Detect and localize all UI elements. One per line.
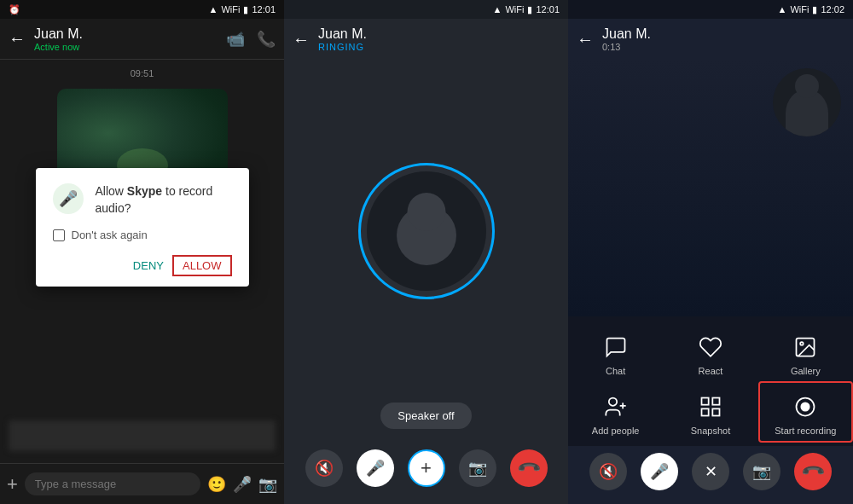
wifi-icon-2: WiFi [505,4,524,14]
allow-button[interactable]: ALLOW [172,255,232,276]
volume-off-icon-3: 🔇 [599,462,618,481]
add-people-label: Add people [592,426,640,436]
end-call-button-3[interactable]: 📞 [794,453,832,490]
gallery-icon [790,332,821,362]
hangup-icon: 📞 [515,455,542,481]
chat-label: Chat [606,366,625,376]
close-button[interactable]: ✕ [692,453,729,490]
call-controls-active: 🔇 🎤 ✕ 📷 📞 [568,446,853,504]
add-people-icon [601,391,631,422]
signal-icon: ▲ [209,4,218,14]
camera-off-button[interactable]: 📷 [459,449,496,487]
chat-area: 09:51 🎤 Allow Skype to record audio? [0,60,284,463]
gallery-label: Gallery [791,366,821,376]
action-start-recording[interactable]: Start recording [758,381,853,443]
snapshot-label: Snapshot [691,426,730,436]
camera-off-icon: 📷 [468,459,487,478]
plus-icon: + [421,457,432,479]
signal-icon-3: ▲ [778,4,787,14]
status-bar-right-2: ▲ WiFi ▮ 12:01 [493,4,560,15]
message-input[interactable] [25,472,200,495]
mic-active-icon: 🎤 [650,462,669,481]
camera-input-icon[interactable]: 📷 [258,475,277,494]
snapshot-icon [695,391,726,422]
status-bar-left: ⏰ [9,4,20,15]
dialog-prefix: Allow [96,184,127,198]
input-icons: 🙂 🎤 📷 [207,475,277,494]
action-gallery[interactable]: Gallery [758,323,853,381]
panel-ringing: ▲ WiFi ▮ 12:01 ← Juan M. RINGING Speaker… [284,0,568,504]
dialog-app-name: Skype [127,184,162,198]
chat-icon [601,332,631,362]
emoji-icon[interactable]: 🙂 [207,475,226,494]
ringing-status: RINGING [318,42,560,52]
mic-input-icon[interactable]: 🎤 [233,475,252,494]
call-header-ringing: ← Juan M. RINGING [284,19,568,60]
microphone-button-3[interactable]: 🎤 [641,453,678,490]
add-action-button[interactable]: + [408,449,445,487]
video-call-icon[interactable]: 📹 [226,30,245,49]
camera-icon-3: 📷 [752,462,771,481]
chat-header: ← Juan M. Active now 📹 📞 [0,19,284,60]
speaker-off-button[interactable]: Speaker off [380,403,471,429]
start-recording-icon [790,391,821,422]
dont-ask-label: Don't ask again [72,229,148,241]
header-icons: 📹 📞 [226,30,276,49]
mute-volume-button[interactable]: 🔇 [305,449,343,487]
contact-info-3: Juan M. 0:13 [602,26,844,52]
action-snapshot[interactable]: Snapshot [663,381,757,443]
action-add-people[interactable]: Add people [568,381,663,443]
svg-point-1 [800,342,804,345]
time-display-2: 12:01 [536,4,560,14]
action-react[interactable]: React [663,323,757,381]
dont-ask-checkbox[interactable] [53,229,65,241]
avatar-ring [358,163,495,299]
dialog-header: 🎤 Allow Skype to record audio? [53,183,232,217]
action-grid: Chat React Gallery Add people Snapshot [568,316,853,446]
svg-rect-8 [712,408,719,415]
status-bar-right: ▲ WiFi ▮ 12:01 [209,4,276,15]
contact-status: Active now [34,42,226,52]
panel-chat: ⏰ ▲ WiFi ▮ 12:01 ← Juan M. Active now 📹 … [0,0,284,504]
time-display-3: 12:02 [821,4,844,14]
close-icon: ✕ [705,462,717,481]
hangup-icon-3: 📞 [799,458,826,484]
dont-ask-row[interactable]: Don't ask again [53,229,232,241]
svg-rect-5 [701,398,708,405]
svg-rect-7 [701,408,708,415]
signal-icon-2: ▲ [493,4,502,14]
call-controls-ringing: 🔇 🎤 + 📷 📞 [284,441,568,504]
alarm-icon: ⏰ [9,4,20,15]
back-button-3[interactable]: ← [577,30,594,49]
mic-icon-circle: 🎤 [53,183,84,214]
call-avatar-area [284,60,568,403]
phone-call-icon[interactable]: 📞 [257,30,276,49]
back-button-1[interactable]: ← [9,29,26,49]
camera-button-3[interactable]: 📷 [743,453,780,490]
call-main-area [568,60,853,316]
avatar-small [773,68,841,136]
contact-info-2: Juan M. RINGING [318,26,560,52]
avatar-small-head [795,74,819,98]
end-call-button[interactable]: 📞 [510,449,548,487]
status-bar-3: ▲ WiFi ▮ 12:02 [568,0,853,19]
back-button-2[interactable]: ← [293,30,310,49]
avatar-small-body [786,90,828,136]
contact-name-1: Juan M. [34,26,226,42]
contact-info-1: Juan M. Active now [34,26,226,52]
battery-icon-3: ▮ [812,4,817,15]
deny-button[interactable]: DENY [133,259,164,272]
blurred-message [9,420,276,451]
add-attachment-icon[interactable]: + [7,473,18,495]
microphone-button[interactable]: 🎤 [357,449,394,487]
mute-volume-button-3[interactable]: 🔇 [589,453,627,490]
avatar-inner [367,171,486,291]
svg-point-2 [608,398,616,406]
time-display-1: 12:01 [252,4,276,14]
battery-icon: ▮ [243,4,248,15]
action-chat[interactable]: Chat [568,323,663,381]
wifi-icon: WiFi [221,4,240,14]
microphone-icon: 🎤 [59,189,78,208]
svg-point-10 [802,403,809,410]
react-icon [695,332,726,362]
